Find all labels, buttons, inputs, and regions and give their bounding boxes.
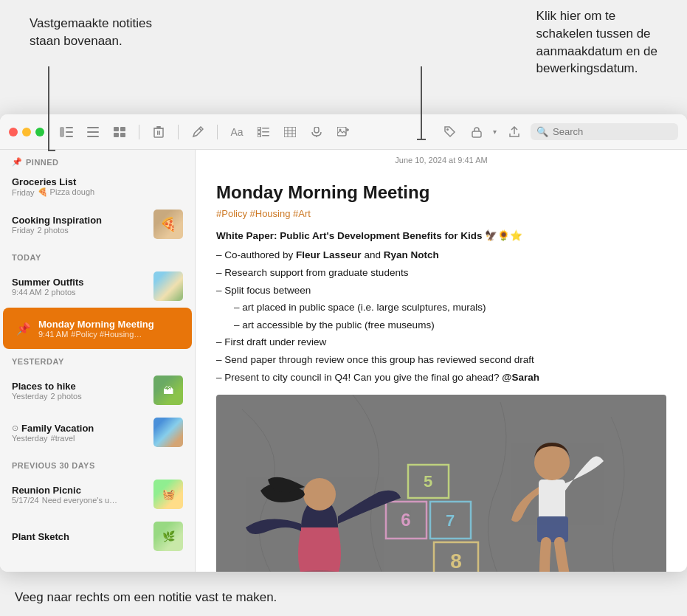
svg-rect-27 — [314, 127, 319, 133]
note-item-picnic[interactable]: Reunion Picnic 5/17/24 Need everyone's u… — [3, 474, 192, 515]
note-thumbnail: 🌿 — [153, 522, 183, 551]
note-text: ⊙ Family Vacation Yesterday #travel — [12, 423, 148, 443]
thumb-art — [153, 271, 183, 301]
note-bullet-item: Present to city council in Q4! Can you g… — [216, 369, 666, 387]
svg-rect-3 — [66, 136, 73, 137]
search-input[interactable] — [553, 126, 663, 137]
sidebar-toggle-button[interactable] — [56, 122, 77, 142]
note-sub-bullet-item: art placed in public space (i.e. large s… — [234, 299, 666, 316]
note-item-meeting[interactable]: 📌 Monday Morning Meeting 9:41 AM #Policy… — [3, 308, 192, 349]
note-content-panel: June 10, 2024 at 9:41 AM Monday Morning … — [196, 150, 687, 572]
note-meta: Friday 🍕 Pizza dough — [12, 187, 183, 197]
note-text: Summer Outfits 9:44 AM 2 photos — [12, 277, 148, 297]
format-text-button[interactable]: Aa — [227, 122, 247, 142]
callout-left: Vastgemaakte notitiesstaan bovenaan. — [30, 15, 152, 50]
media-insert-button[interactable] — [333, 122, 353, 142]
thumb-art — [153, 418, 183, 447]
active-pin-indicator: 📌 — [12, 314, 35, 343]
gallery-view-button[interactable] — [109, 122, 130, 142]
note-bullet-item: First draft under review — [216, 333, 666, 351]
svg-rect-2 — [66, 131, 73, 133]
note-tags: #Policy #Housing #Art — [216, 208, 666, 219]
note-title: Cooking Inspiration — [12, 215, 148, 226]
svg-rect-11 — [154, 128, 163, 137]
tag-button[interactable] — [440, 122, 460, 142]
svg-rect-17 — [262, 128, 269, 129]
svg-text:8: 8 — [450, 550, 462, 572]
note-title: Places to hike — [12, 381, 148, 392]
fullscreen-button[interactable] — [35, 128, 44, 136]
note-date: Friday — [12, 226, 35, 235]
svg-rect-5 — [87, 131, 99, 133]
svg-rect-9 — [114, 133, 119, 137]
note-main-title: Monday Morning Meeting — [216, 182, 666, 204]
compose-button[interactable] — [187, 122, 208, 142]
note-sub-bullet-item: art accessible by the public (free museu… — [234, 316, 666, 334]
svg-rect-8 — [120, 127, 125, 131]
svg-rect-10 — [120, 133, 125, 137]
note-body-heading: White Paper: Public Art's Development Be… — [216, 230, 522, 241]
svg-text:5: 5 — [424, 472, 432, 491]
note-item-vacation[interactable]: ⊙ Family Vacation Yesterday #travel — [3, 412, 192, 453]
thumb-art: 🌿 — [153, 522, 183, 551]
note-bullet-item: Co-authored by Fleur Lasseur and Ryan No… — [216, 246, 666, 264]
note-bullet-list: Co-authored by Fleur Lasseur and Ryan No… — [216, 246, 666, 299]
close-button[interactable] — [9, 128, 18, 136]
minimize-button[interactable] — [22, 128, 31, 136]
list-view-button[interactable] — [83, 122, 103, 142]
note-text: Reunion Picnic 5/17/24 Need everyone's u… — [12, 485, 148, 505]
search-box[interactable]: 🔍 — [531, 123, 678, 140]
pinned-label: Pinned — [26, 158, 59, 167]
note-date: Friday — [12, 188, 35, 197]
note-preview: #travel — [51, 434, 75, 443]
note-meta: Yesterday #travel — [12, 434, 148, 443]
note-item-cooking[interactable]: Cooking Inspiration Friday 2 photos 🍕 — [3, 204, 192, 245]
note-date: Yesterday — [12, 392, 48, 401]
note-meta: 9:41 AM #Policy #Housing… — [38, 330, 183, 339]
note-meta: 5/17/24 Need everyone's u… — [12, 496, 148, 505]
share-button[interactable] — [504, 122, 525, 142]
svg-rect-18 — [258, 131, 260, 134]
svg-rect-46 — [539, 480, 565, 520]
audio-button[interactable] — [306, 122, 327, 142]
note-title: Monday Morning Meeting — [38, 319, 183, 330]
callout-right-text: Klik hier om teschakelen tussen deaanmaa… — [536, 9, 657, 75]
delete-button[interactable] — [148, 122, 169, 142]
note-bullet-list-2: First draft under review Send paper thro… — [216, 333, 666, 386]
checklist-button[interactable] — [253, 122, 274, 142]
note-title: Plant Sketch — [12, 531, 148, 542]
note-item-groceries[interactable]: Groceries List Friday 🍕 Pizza dough — [3, 170, 192, 203]
svg-rect-22 — [284, 127, 296, 137]
note-item-plant[interactable]: Plant Sketch 🌿 — [3, 516, 192, 557]
note-text: Monday Morning Meeting 9:41 AM #Policy #… — [38, 319, 183, 339]
callout-right: Klik hier om teschakelen tussen deaanmaa… — [536, 7, 657, 77]
note-bullet-item: Send paper through review once this grou… — [216, 351, 666, 369]
table-button[interactable] — [280, 122, 300, 142]
note-text: Cooking Inspiration Friday 2 photos — [12, 215, 148, 235]
note-body: White Paper: Public Art's Development Be… — [216, 228, 666, 386]
svg-rect-15 — [156, 126, 161, 128]
note-content-inner: Monday Morning Meeting #Policy #Housing … — [196, 170, 687, 572]
content-area: 📌 Pinned Groceries List Friday 🍕 Pizza d… — [0, 150, 687, 572]
pin-icon: 📌 — [12, 157, 22, 167]
note-bullet-item: Research support from graduate students — [216, 264, 666, 282]
note-date: 5/17/24 — [12, 496, 39, 505]
svg-rect-19 — [262, 131, 269, 133]
note-date: 9:44 AM — [12, 288, 41, 297]
lock-dropdown-arrow: ▾ — [493, 128, 497, 136]
note-item-hiking[interactable]: Places to hike Yesterday 2 photos 🏔 — [3, 370, 192, 411]
svg-rect-32 — [472, 131, 481, 137]
note-thumbnail — [153, 418, 183, 447]
separator — [217, 125, 218, 139]
svg-rect-16 — [258, 127, 260, 130]
traffic-lights — [9, 128, 44, 136]
bottom-annotation-text: Veeg naar rechts om een notitie vast te … — [15, 590, 277, 604]
note-preview: 2 photos — [38, 226, 69, 235]
svg-rect-13 — [159, 131, 161, 135]
thumb-art: 🧺 — [153, 480, 183, 509]
previous-30-days-header: Previous 30 Days — [0, 454, 195, 473]
note-item-outfits[interactable]: Summer Outfits 9:44 AM 2 photos — [3, 266, 192, 307]
thumb-art: 🏔 — [153, 376, 183, 405]
lock-button[interactable] — [466, 122, 487, 142]
note-image: 8 6 7 5 4 — [216, 395, 666, 572]
